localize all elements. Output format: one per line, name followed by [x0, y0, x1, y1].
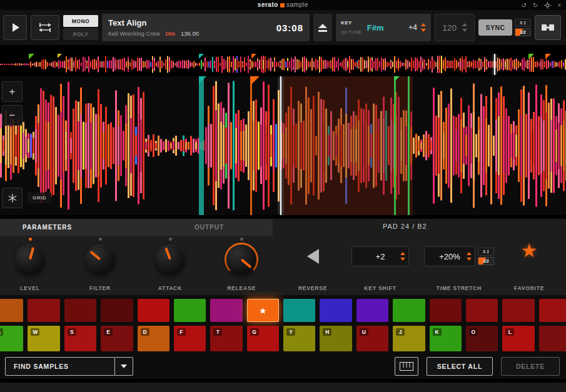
bpm-stepper[interactable]	[462, 23, 467, 32]
pad-r2-7[interactable]: T	[210, 326, 242, 351]
pad-r2-10[interactable]: H	[320, 326, 351, 351]
close-icon[interactable]: ×	[557, 2, 561, 9]
stepper-up-icon[interactable]	[467, 252, 472, 255]
tab-parameters[interactable]: PARAMETERS	[23, 224, 72, 231]
zoom-out-button[interactable]: −	[2, 105, 23, 126]
stepper-up-icon[interactable]	[462, 23, 467, 26]
cue-marker[interactable]	[408, 76, 410, 215]
pad-r1-1[interactable]	[0, 299, 23, 322]
pad-r1-3[interactable]	[64, 299, 96, 322]
time-stretch-field[interactable]: +20%	[424, 246, 475, 266]
tempo-x2-button[interactable]: X 2	[515, 19, 531, 27]
cue-flag-icon[interactable]	[29, 54, 34, 59]
undo-icon[interactable]: ↺	[521, 2, 526, 9]
pad-r2-11[interactable]: U	[356, 326, 388, 351]
select-all-button[interactable]: SELECT ALL	[427, 357, 493, 376]
pad-r1-11[interactable]	[356, 299, 388, 322]
release-knob[interactable]: RELEASE	[216, 238, 266, 295]
pad-r2-15[interactable]: L	[502, 326, 534, 351]
pad-r1-12[interactable]	[393, 299, 425, 322]
pad-r2-13[interactable]: K	[430, 326, 462, 351]
stepper-down-icon[interactable]	[462, 29, 467, 32]
zoom-in-button[interactable]: +	[2, 81, 23, 102]
main-waveform-canvas[interactable]	[0, 76, 566, 215]
cue-flag-icon[interactable]	[199, 54, 204, 59]
master-bpm-value[interactable]: 120	[442, 23, 457, 33]
key-shift-value[interactable]: +2	[376, 252, 385, 261]
tab-output[interactable]: OUTPUT	[195, 224, 224, 231]
pad-r1-4[interactable]	[101, 299, 133, 322]
redo-icon[interactable]: ↻	[533, 2, 538, 9]
pad-r1-8[interactable]: ★	[247, 299, 279, 322]
pad-r1-14[interactable]	[466, 299, 498, 322]
pad-r2-4[interactable]: E	[101, 326, 133, 351]
stepper-up-icon[interactable]	[400, 252, 405, 255]
grid-button[interactable]: GRID	[28, 193, 51, 203]
freeze-button[interactable]	[2, 188, 23, 208]
pad-r2-12[interactable]: J	[393, 326, 425, 351]
pad-r2-16[interactable]	[539, 326, 566, 351]
favorite-control[interactable]: ★ FAVORITE	[504, 238, 554, 295]
pad-r1-16[interactable]	[539, 299, 566, 322]
detune-stepper[interactable]	[421, 23, 426, 32]
stepper-down-icon[interactable]	[467, 258, 472, 261]
gear-icon[interactable]	[544, 2, 551, 9]
keyboard-view-button[interactable]	[395, 357, 418, 376]
cue-flag-icon[interactable]	[58, 54, 62, 58]
stepper-down-icon[interactable]	[400, 258, 405, 261]
pad-r2-1[interactable]: A	[0, 326, 23, 351]
cue-marker[interactable]	[394, 76, 396, 215]
cue-flag-icon[interactable]	[545, 54, 551, 59]
find-samples-button[interactable]: FIND SAMPLES	[5, 357, 115, 376]
detune-value[interactable]: +4	[408, 23, 417, 32]
pad-r2-6[interactable]: F	[174, 326, 206, 351]
overview-waveform[interactable]	[0, 54, 566, 75]
pad-r2-9[interactable]: Y	[283, 326, 315, 351]
cue-flag-icon[interactable]	[250, 76, 260, 86]
pad-r1-5[interactable]	[138, 299, 169, 322]
pad-r1-15[interactable]	[502, 299, 534, 322]
stretch-x2-button[interactable]: X 2	[478, 248, 494, 256]
pad-r2-3[interactable]: S	[64, 326, 96, 351]
attack-knob[interactable]: ATTACK	[145, 238, 195, 295]
pad-r2-2[interactable]: W	[28, 326, 59, 351]
pad-r1-10[interactable]	[320, 299, 351, 322]
pad-r1-13[interactable]	[430, 299, 462, 322]
pad-r1-2[interactable]	[28, 299, 59, 322]
stretch-half-button[interactable]: 1/2	[478, 257, 494, 265]
time-stretch-value[interactable]: +20%	[439, 252, 460, 261]
sync-button[interactable]: SYNC	[478, 19, 512, 36]
level-knob[interactable]: LEVEL	[5, 238, 55, 295]
cue-flag-icon[interactable]	[251, 54, 256, 59]
play-mode-button[interactable]	[31, 15, 59, 40]
pad-r2-14[interactable]: O	[466, 326, 498, 351]
favorite-star-icon[interactable]: ★	[504, 241, 554, 260]
eject-button[interactable]	[313, 14, 332, 41]
key-value[interactable]: F#m	[367, 23, 384, 33]
pad-r2-8[interactable]: G	[247, 326, 279, 351]
main-waveform[interactable]: + − GRID	[0, 76, 566, 215]
pad-r2-5[interactable]: D	[138, 326, 169, 351]
delete-button[interactable]: DELETE	[501, 357, 560, 376]
cue-marker[interactable]	[250, 76, 252, 215]
reverse-control[interactable]: REVERSE	[283, 238, 343, 295]
mono-button[interactable]: MONO	[63, 15, 98, 27]
pad-r1-9[interactable]	[283, 299, 315, 322]
cue-flag-icon[interactable]	[528, 54, 534, 59]
cue-marker[interactable]	[199, 76, 204, 215]
play-button[interactable]	[3, 15, 27, 40]
pad-r1-7[interactable]	[210, 299, 242, 322]
key-shift-field[interactable]: +2	[351, 246, 409, 266]
filter-knob[interactable]: FILTER	[75, 238, 125, 295]
reverse-icon[interactable]	[307, 249, 319, 264]
stepper-up-icon[interactable]	[421, 23, 426, 26]
overview-waveform-canvas[interactable]	[0, 54, 566, 75]
pad-r1-6[interactable]	[174, 299, 206, 322]
cue-flag-icon[interactable]	[199, 76, 206, 84]
stepper-down-icon[interactable]	[421, 29, 426, 32]
tempo-half-button[interactable]: 1/2	[515, 28, 531, 36]
key-shift-stepper[interactable]	[400, 252, 405, 261]
pad-controller-button[interactable]	[535, 15, 561, 40]
time-stretch-stepper[interactable]	[467, 252, 472, 261]
find-samples-dropdown[interactable]	[114, 357, 133, 376]
